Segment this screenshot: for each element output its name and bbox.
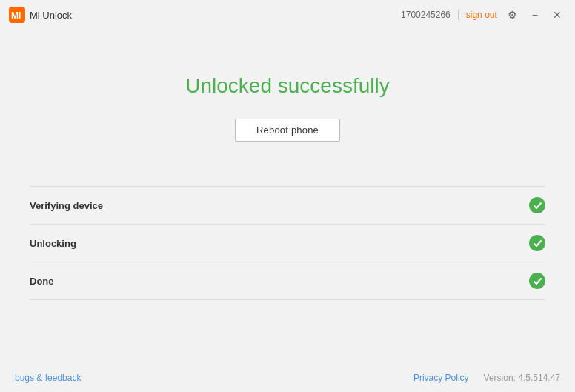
close-button[interactable]: ✕	[548, 7, 566, 22]
version-label: Version: 4.5.514.47	[484, 373, 560, 383]
divider	[458, 10, 459, 20]
title-bar-right: 1700245266 sign out ⚙ − ✕	[401, 7, 566, 22]
minimize-icon: −	[532, 9, 538, 21]
step-label-unlocking: Unlocking	[30, 238, 76, 249]
app-name: Mi Unlock	[30, 10, 72, 21]
checkmark-done	[533, 276, 542, 286]
steps-section: Verifying device Unlocking Done	[0, 186, 575, 300]
mi-logo-icon: MI	[9, 7, 25, 23]
settings-button[interactable]: ⚙	[503, 7, 522, 22]
success-title: Unlocked successfully	[185, 74, 389, 98]
check-icon-unlocking	[529, 235, 545, 251]
step-row-unlocking: Unlocking	[30, 224, 545, 262]
checkmark-verifying	[533, 201, 542, 210]
title-bar: MI Mi Unlock 1700245266 sign out ⚙ − ✕	[0, 0, 575, 30]
step-label-done: Done	[30, 276, 54, 287]
minimize-button[interactable]: −	[528, 7, 542, 22]
title-bar-left: MI Mi Unlock	[9, 7, 72, 23]
step-row-done: Done	[30, 262, 545, 300]
bugs-feedback-link[interactable]: bugs & feedback	[15, 373, 81, 383]
step-label-verifying: Verifying device	[30, 200, 103, 211]
svg-text:MI: MI	[11, 10, 21, 21]
privacy-policy-link[interactable]: Privacy Policy	[413, 373, 469, 383]
check-icon-done	[529, 273, 545, 289]
gear-icon: ⚙	[508, 9, 517, 21]
checkmark-unlocking	[533, 239, 542, 248]
check-icon-verifying	[529, 197, 545, 213]
footer: bugs & feedback Privacy Policy Version: …	[0, 365, 575, 392]
footer-right: Privacy Policy Version: 4.5.514.47	[413, 373, 560, 383]
step-row-verifying: Verifying device	[30, 186, 545, 224]
main-content: Unlocked successfully Reboot phone Verif…	[0, 30, 575, 365]
reboot-button[interactable]: Reboot phone	[235, 119, 340, 142]
account-id: 1700245266	[401, 10, 451, 20]
sign-out-link[interactable]: sign out	[466, 10, 497, 20]
close-icon: ✕	[553, 9, 562, 21]
